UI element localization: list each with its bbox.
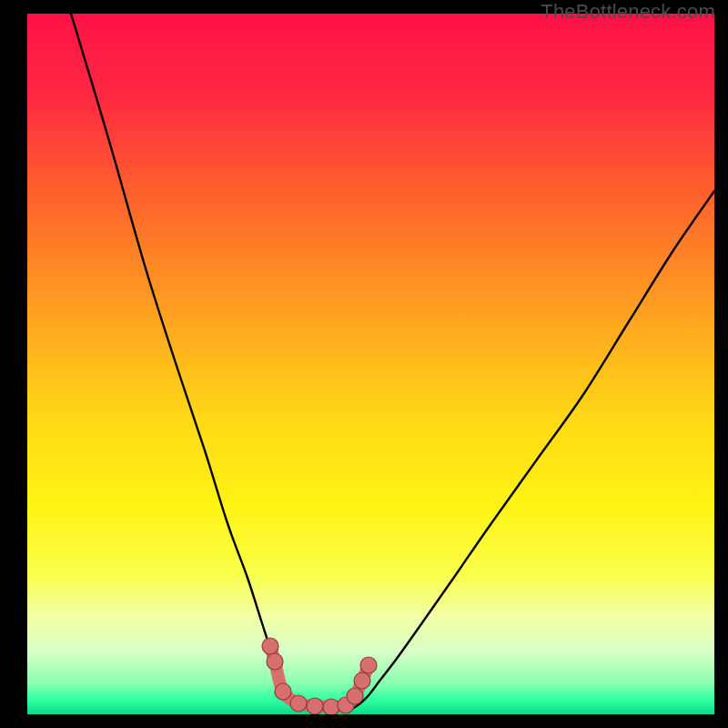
plot-frame (27, 14, 714, 714)
data-marker (262, 638, 278, 654)
data-marker (360, 657, 377, 673)
data-marker (307, 698, 323, 714)
data-marker (290, 695, 307, 712)
data-marker (354, 672, 370, 689)
data-marker (275, 683, 291, 700)
data-marker (347, 688, 363, 704)
left-curve (71, 14, 306, 710)
data-marker (267, 653, 283, 670)
plot-curves (27, 14, 714, 714)
watermark-text: TheBottleneck.com (541, 0, 715, 24)
right-curve (349, 191, 714, 710)
data-marker (323, 699, 339, 714)
